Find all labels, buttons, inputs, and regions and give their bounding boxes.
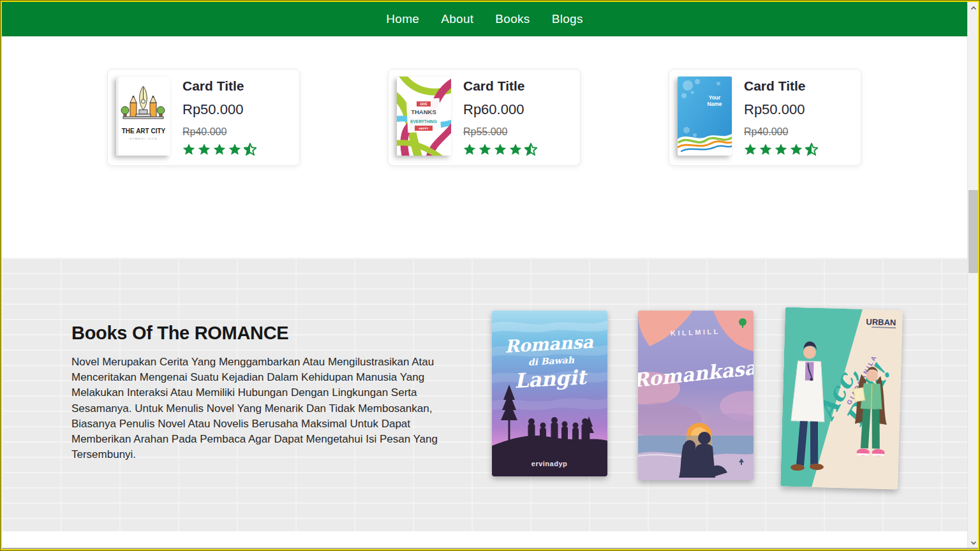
scrollbar-thumb[interactable] [969, 190, 978, 273]
product-card[interactable]: THE ART CITY SYMBOL ICON Card Title Rp50… [107, 69, 300, 166]
vertical-scrollbar[interactable] [967, 2, 978, 549]
price: Rp50.000 [182, 101, 259, 118]
cover-line1: Your [709, 94, 721, 101]
section-paragraph: Novel Merupakan Cerita Yang Menggambarka… [71, 355, 467, 462]
book-author: ervinadyp [531, 460, 567, 467]
cover-line2: EVERYTHING [410, 119, 436, 124]
scrollbar-down-arrow-icon[interactable] [968, 538, 979, 548]
star-rating [463, 143, 540, 156]
star-icon [744, 143, 757, 156]
romance-section: Books Of The ROMANCE Novel Merupakan Cer… [2, 258, 967, 531]
card-title: Card Title [744, 78, 820, 94]
bottom-strip [2, 531, 967, 549]
star-rating [182, 143, 259, 156]
card-title: Card Title [463, 78, 540, 94]
book-cover-your-name: Your Name [678, 77, 732, 156]
star-icon [198, 143, 211, 156]
nav-link-home[interactable]: Home [386, 12, 419, 26]
cover-title: THE ART CITY [122, 128, 166, 135]
star-icon [463, 143, 476, 156]
page-content: Home About Books Blogs [2, 2, 967, 549]
card-info: Card Title Rp50.000 Rp40.000 [744, 78, 820, 156]
cover-banner-bottom: HAPPY [419, 127, 428, 130]
star-icon [182, 143, 195, 156]
book-title-line3: Langit [514, 365, 588, 392]
cover-subtitle: SYMBOL ICON [130, 137, 158, 140]
star-half-icon [524, 143, 537, 156]
nav-link-blogs[interactable]: Blogs [552, 12, 583, 26]
star-icon [228, 143, 241, 156]
old-price: Rp55.000 [463, 126, 540, 138]
nav-link-about[interactable]: About [441, 12, 473, 26]
card-info: Card Title Rp60.000 Rp55.000 [463, 78, 540, 156]
old-price: Rp40.000 [182, 126, 259, 138]
star-icon [213, 143, 226, 156]
nav-link-books[interactable]: Books [495, 12, 530, 26]
romance-book-cover-3: URBAN Acc, Dok! GIARDANILA [780, 307, 903, 489]
romance-book-cover-1: Romansa di Bawah Langit ervinadyp [492, 311, 607, 476]
star-icon [790, 143, 803, 156]
price: Rp60.000 [463, 101, 540, 118]
cover-banner-top: GIVE [420, 103, 427, 106]
star-icon [509, 143, 522, 156]
star-icon [494, 143, 507, 156]
scrollbar-up-arrow-icon[interactable] [968, 3, 979, 13]
navbar: Home About Books Blogs [2, 2, 967, 36]
book-publisher: URBAN [866, 317, 896, 327]
star-half-icon [244, 143, 256, 156]
card-info: Card Title Rp50.000 Rp40.000 [182, 78, 259, 156]
old-price: Rp40.000 [744, 126, 820, 138]
cover-line1: THANKS [411, 108, 436, 115]
star-icon [479, 143, 491, 156]
romance-book-cover-2: KILLMILL Romankasa [638, 311, 754, 480]
book-cover-give-thanks: GIVE THANKS EVERYTHING HAPPY [397, 77, 451, 156]
card-title: Card Title [182, 78, 259, 94]
cover-line2: Name [707, 101, 722, 107]
price: Rp50.000 [744, 101, 820, 118]
product-card[interactable]: GIVE THANKS EVERYTHING HAPPY Card Title … [388, 69, 581, 166]
star-rating [744, 143, 820, 156]
cards-row: THE ART CITY SYMBOL ICON Card Title Rp50… [107, 69, 861, 166]
browser-viewport: Home About Books Blogs [1, 1, 979, 550]
star-icon [775, 143, 787, 156]
star-half-icon [805, 143, 818, 156]
star-icon [759, 143, 772, 156]
section-heading: Books Of The ROMANCE [71, 323, 288, 344]
products-section: THE ART CITY SYMBOL ICON Card Title Rp50… [2, 36, 967, 258]
book-cover-art-city: THE ART CITY SYMBOL ICON [116, 77, 170, 156]
bottom-divider [2, 548, 978, 549]
product-card[interactable]: Your Name Card Title Rp50.000 [669, 69, 861, 166]
